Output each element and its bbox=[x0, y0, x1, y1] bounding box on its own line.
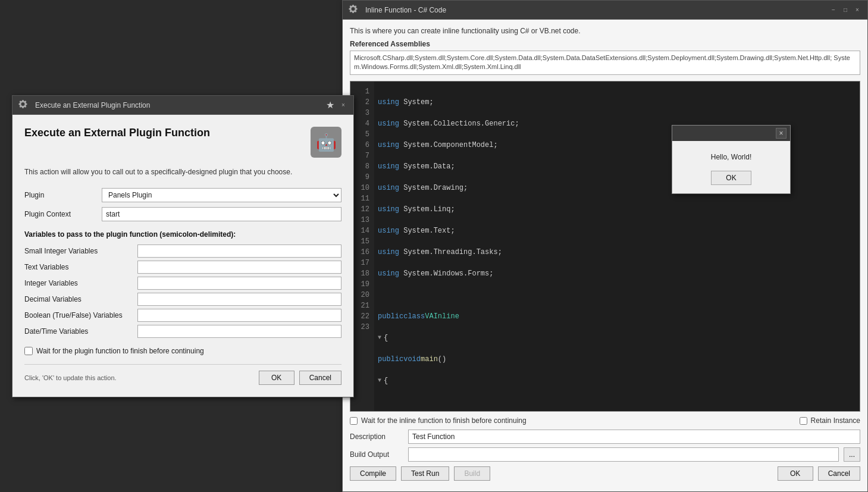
var-label-1: Text Variables bbox=[24, 263, 137, 271]
plugin-wait-checkbox[interactable] bbox=[24, 347, 33, 355]
var-row-0: Small Integer Variables bbox=[24, 245, 341, 258]
plugin-wait-checkbox-row: Wait for the plugin function to finish b… bbox=[24, 347, 341, 355]
hello-popup-body: Hello, World! OK bbox=[672, 141, 790, 193]
var-input-0[interactable] bbox=[137, 245, 341, 258]
code-line-6: using System.Linq; bbox=[378, 204, 856, 215]
var-label-3: Decimal Variables bbox=[24, 295, 137, 303]
description-input[interactable] bbox=[408, 430, 860, 444]
inline-window-body: This is where you can create inline func… bbox=[343, 20, 867, 491]
code-line-11: public class VAInline bbox=[378, 311, 856, 322]
plugin-footer: Click, 'OK' to update this action. OK Ca… bbox=[24, 364, 341, 385]
wait-checkbox[interactable] bbox=[350, 417, 358, 425]
variables-section-header: Variables to pass to the plugin function… bbox=[24, 230, 341, 239]
desktop: Inline Function - C# Code − □ × This is … bbox=[0, 0, 868, 492]
plugin-context-row: Plugin Context bbox=[24, 207, 341, 221]
action-buttons: Compile Test Run Build OK Cancel bbox=[350, 466, 860, 481]
plugin-ok-button[interactable]: OK bbox=[259, 371, 294, 385]
inline-ok-button[interactable]: OK bbox=[778, 466, 813, 481]
var-row-2: Integer Variables bbox=[24, 277, 341, 290]
plugin-footer-hint: Click, 'OK' to update this action. bbox=[24, 374, 117, 381]
var-input-4[interactable] bbox=[137, 309, 341, 322]
action-right-buttons: OK Cancel bbox=[778, 466, 860, 481]
var-label-0: Small Integer Variables bbox=[24, 247, 137, 255]
inline-window-titlebar: Inline Function - C# Code − □ × bbox=[343, 1, 867, 20]
var-input-5[interactable] bbox=[137, 325, 341, 338]
code-line-8: using System.Threading.Tasks; bbox=[378, 247, 856, 258]
assemblies-box: Microsoft.CSharp.dll;System.dll;System.C… bbox=[350, 51, 860, 75]
inline-bottom-bar: Wait for the inline function to finish b… bbox=[350, 412, 860, 484]
build-output-input[interactable] bbox=[408, 447, 839, 462]
retain-checkbox-row: Retain Instance bbox=[800, 416, 860, 425]
inline-close-button[interactable]: × bbox=[853, 6, 861, 14]
code-line-7: using System.Text; bbox=[378, 225, 856, 236]
plugin-window-titlebar: Execute an External Plugin Function ★ × bbox=[12, 96, 353, 115]
referenced-assemblies-label: Referenced Assemblies bbox=[350, 40, 860, 48]
plugin-context-input[interactable] bbox=[102, 207, 341, 221]
plugin-cancel-button[interactable]: Cancel bbox=[299, 371, 341, 385]
var-label-2: Integer Variables bbox=[24, 279, 137, 287]
inline-maximize-button[interactable]: □ bbox=[841, 6, 850, 14]
var-row-4: Boolean (True/False) Variables bbox=[24, 309, 341, 322]
inline-window-title: Inline Function - C# Code bbox=[365, 6, 825, 14]
plugin-function-window: Execute an External Plugin Function ★ × … bbox=[12, 95, 354, 397]
var-input-1[interactable] bbox=[137, 261, 341, 274]
code-line-15 bbox=[378, 397, 856, 408]
wait-checkbox-row: Wait for the inline function to finish b… bbox=[350, 416, 527, 425]
var-row-3: Decimal Variables bbox=[24, 293, 341, 306]
retain-checkbox[interactable] bbox=[800, 417, 807, 425]
plugin-description: This action will allow you to call out t… bbox=[24, 167, 341, 177]
inline-window-controls: − □ × bbox=[829, 6, 861, 14]
plugin-header-title: Execute an External Plugin Function bbox=[24, 127, 210, 139]
compile-button[interactable]: Compile bbox=[350, 466, 396, 481]
hello-world-popup: × Hello, World! OK bbox=[672, 125, 791, 194]
var-label-4: Boolean (True/False) Variables bbox=[24, 311, 137, 319]
code-line-12: ▼{ bbox=[378, 333, 856, 343]
plugin-close-button[interactable]: × bbox=[339, 101, 347, 109]
plugin-context-label: Plugin Context bbox=[24, 210, 102, 218]
variables-grid: Small Integer Variables Text Variables I… bbox=[24, 245, 341, 338]
ellipsis-button[interactable]: ... bbox=[844, 447, 860, 462]
inline-wait-row: Wait for the inline function to finish b… bbox=[350, 416, 860, 425]
var-row-5: Date/Time Variables bbox=[24, 325, 341, 338]
line-numbers: 1 2 3 4 5 6 7 8 9 10 11 12 13 14 15 16 1 bbox=[350, 82, 374, 411]
var-input-3[interactable] bbox=[137, 293, 341, 306]
build-output-row: Build Output ... bbox=[350, 447, 860, 462]
hello-close-button[interactable]: × bbox=[776, 128, 786, 139]
inline-minimize-button[interactable]: − bbox=[829, 6, 838, 14]
plugin-label: Plugin bbox=[24, 191, 102, 199]
robot-icon: 🤖 bbox=[311, 127, 341, 158]
code-line-10 bbox=[378, 290, 856, 300]
plugin-select[interactable]: Panels Plugin bbox=[102, 188, 341, 202]
var-label-5: Date/Time Variables bbox=[24, 327, 137, 336]
code-line-14: ▼{ bbox=[378, 375, 856, 386]
code-line-13: public void main() bbox=[378, 354, 856, 365]
plugin-select-row: Plugin Panels Plugin bbox=[24, 188, 341, 202]
plugin-footer-buttons: OK Cancel bbox=[259, 371, 341, 385]
var-row-1: Text Variables bbox=[24, 261, 341, 274]
description-row: Description bbox=[350, 430, 860, 444]
wait-label: Wait for the inline function to finish b… bbox=[361, 416, 527, 425]
description-label: Description bbox=[350, 433, 403, 441]
plugin-window-title: Execute an External Plugin Function bbox=[35, 101, 321, 109]
plugin-title-row: Execute an External Plugin Function 🤖 bbox=[24, 127, 341, 158]
hello-ok-button[interactable]: OK bbox=[711, 171, 751, 185]
plugin-wait-label: Wait for the plugin function to finish b… bbox=[36, 347, 204, 355]
action-left-buttons: Compile Test Run Build bbox=[350, 466, 490, 481]
retain-label: Retain Instance bbox=[811, 416, 860, 425]
plugin-gear-icon bbox=[18, 99, 28, 111]
code-line-1: using System; bbox=[378, 97, 856, 108]
test-run-button[interactable]: Test Run bbox=[401, 466, 449, 481]
inline-function-window: Inline Function - C# Code − □ × This is … bbox=[342, 0, 868, 492]
build-output-label: Build Output bbox=[350, 450, 403, 459]
inline-info-text: This is where you can create inline func… bbox=[350, 27, 860, 35]
hello-popup-titlebar: × bbox=[672, 126, 790, 141]
code-line-9: using System.Windows.Forms; bbox=[378, 268, 856, 279]
star-button[interactable]: ★ bbox=[326, 99, 334, 111]
build-button[interactable]: Build bbox=[454, 466, 490, 481]
var-input-2[interactable] bbox=[137, 277, 341, 290]
gear-icon bbox=[349, 4, 358, 15]
inline-cancel-button[interactable]: Cancel bbox=[818, 466, 860, 481]
hello-message: Hello, World! bbox=[682, 153, 781, 161]
plugin-window-body: Execute an External Plugin Function 🤖 Th… bbox=[12, 115, 353, 397]
